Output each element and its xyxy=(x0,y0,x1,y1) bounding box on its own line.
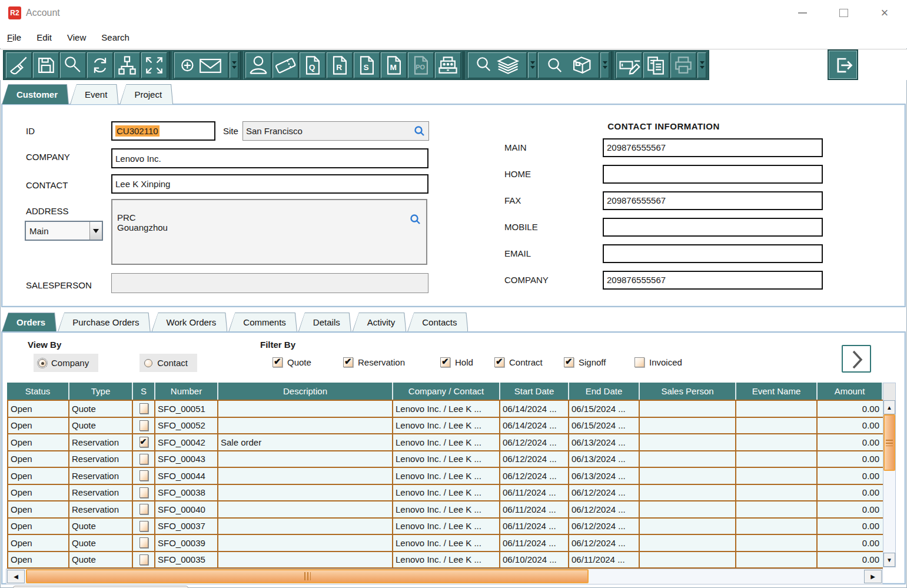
tab-event[interactable]: Event xyxy=(70,84,118,104)
contact-info-field-fax[interactable]: 209876555567 xyxy=(603,191,823,210)
filter-option-quote[interactable]: Quote xyxy=(273,357,311,367)
row-checkbox-unchecked[interactable] xyxy=(139,537,148,548)
row-checkbox-checked[interactable] xyxy=(139,437,148,447)
tab-contacts[interactable]: Contacts xyxy=(407,313,468,331)
filter-option-reservation[interactable]: Reservation xyxy=(343,357,405,367)
more-options-button[interactable] xyxy=(600,52,609,78)
menu-view[interactable]: View xyxy=(67,32,86,42)
ticket-button[interactable] xyxy=(273,52,298,78)
column-header-end-date[interactable]: End Date xyxy=(569,383,640,400)
column-header-description[interactable]: Description xyxy=(218,383,393,400)
filter-option-signoff[interactable]: Signoff xyxy=(564,357,606,367)
checkbox-checked-icon[interactable] xyxy=(273,357,283,367)
vertical-scrollbar-thumb[interactable] xyxy=(883,414,895,471)
next-page-button[interactable] xyxy=(842,345,871,373)
menu-search[interactable]: Search xyxy=(101,32,129,42)
table-row[interactable]: OpenQuoteSFO_00039Lenovo Inc. / Lee K ..… xyxy=(8,535,883,552)
tab-work-orders[interactable]: Work Orders xyxy=(152,313,228,331)
address-type-select[interactable]: Main xyxy=(25,221,103,241)
reservation-document-button[interactable]: R xyxy=(327,52,353,78)
column-header-start-date[interactable]: Start Date xyxy=(500,383,569,400)
minimize-button[interactable] xyxy=(793,5,811,21)
horizontal-scrollbar-thumb[interactable] xyxy=(26,569,589,583)
sale-document-button[interactable]: S xyxy=(354,52,380,78)
refresh-button[interactable] xyxy=(87,52,113,78)
column-header-s[interactable]: S xyxy=(133,383,155,400)
address-lookup-icon[interactable] xyxy=(410,204,421,215)
tab-details[interactable]: Details xyxy=(298,313,351,331)
search-stock-button[interactable] xyxy=(468,52,527,78)
tab-comments[interactable]: Comments xyxy=(228,313,297,331)
tab-activity[interactable]: Activity xyxy=(353,313,407,331)
menu-file[interactable]: File xyxy=(7,32,21,42)
checkbox-checked-icon[interactable] xyxy=(343,357,353,367)
filter-option-contract[interactable]: Contract xyxy=(494,357,543,367)
row-checkbox-unchecked[interactable] xyxy=(139,504,148,514)
row-checkbox-unchecked[interactable] xyxy=(139,420,148,431)
rename-button[interactable] xyxy=(616,52,642,78)
add-mail-button[interactable] xyxy=(174,52,228,78)
misc-document-button[interactable]: M xyxy=(381,52,407,78)
row-checkbox-unchecked[interactable] xyxy=(139,403,148,414)
company-field[interactable]: Lenovo Inc. xyxy=(111,148,428,168)
table-row[interactable]: OpenQuoteSFO_00035Lenovo Inc. / Lee K ..… xyxy=(8,552,883,569)
table-row[interactable]: OpenReservationSFO_00042Sale orderLenovo… xyxy=(8,434,883,451)
salesperson-field[interactable] xyxy=(111,273,428,293)
column-header-sales-person[interactable]: Sales Person xyxy=(640,383,736,400)
contact-field[interactable]: Lee K Xinping xyxy=(111,174,428,194)
row-checkbox-unchecked[interactable] xyxy=(139,554,148,565)
more-options-button[interactable] xyxy=(528,52,537,78)
checkbox-checked-icon[interactable] xyxy=(564,357,574,367)
expand-button[interactable] xyxy=(141,52,167,78)
menu-edit[interactable]: Edit xyxy=(36,32,52,42)
tab-customer[interactable]: Customer xyxy=(2,84,69,104)
copy-button[interactable] xyxy=(643,52,669,78)
table-row[interactable]: OpenReservationSFO_00040Lenovo Inc. / Le… xyxy=(8,501,883,519)
table-row[interactable]: OpenReservationSFO_00043Lenovo Inc. / Le… xyxy=(8,451,883,469)
scroll-up-button[interactable]: ▲ xyxy=(883,400,895,414)
filter-option-hold[interactable]: Hold xyxy=(440,357,473,367)
search-button[interactable] xyxy=(60,52,86,78)
scroll-right-button[interactable]: ▶ xyxy=(864,570,882,583)
contact-button[interactable] xyxy=(245,52,271,78)
more-options-button[interactable] xyxy=(697,52,706,78)
hierarchy-button[interactable] xyxy=(114,52,140,78)
table-row[interactable]: OpenReservationSFO_00044Lenovo Inc. / Le… xyxy=(8,468,883,485)
contact-info-field-company[interactable]: 209876555567 xyxy=(603,271,823,290)
quote-document-button[interactable]: Q xyxy=(300,52,325,78)
save-button[interactable] xyxy=(33,52,59,78)
column-header-amount[interactable]: Amount xyxy=(818,383,883,400)
address-field[interactable]: PRC Gouangzhou xyxy=(111,199,427,265)
contact-info-field-home[interactable] xyxy=(603,165,823,184)
column-header-number[interactable]: Number xyxy=(155,383,218,400)
table-row[interactable]: OpenQuoteSFO_00037Lenovo Inc. / Lee K ..… xyxy=(8,519,883,536)
maximize-button[interactable] xyxy=(835,5,852,21)
contact-info-field-main[interactable]: 209876555567 xyxy=(603,138,823,157)
column-header-status[interactable]: Status xyxy=(7,383,69,400)
checkbox-checked-icon[interactable] xyxy=(494,357,504,367)
id-field[interactable]: CU302110 xyxy=(111,121,215,141)
filter-option-invoiced[interactable]: Invoiced xyxy=(634,357,682,367)
clear-button[interactable] xyxy=(6,52,32,78)
search-item-button[interactable] xyxy=(538,52,599,78)
checkbox-unchecked-icon[interactable] xyxy=(634,357,644,367)
row-checkbox-unchecked[interactable] xyxy=(139,470,148,481)
tab-orders[interactable]: Orders xyxy=(2,313,57,331)
table-row[interactable]: OpenQuoteSFO_00051Lenovo Inc. / Lee K ..… xyxy=(8,401,883,418)
contact-info-field-mobile[interactable] xyxy=(603,218,823,237)
site-lookup-icon[interactable] xyxy=(414,125,426,137)
table-row[interactable]: OpenQuoteSFO_00052Lenovo Inc. / Lee K ..… xyxy=(8,418,883,435)
exit-button[interactable] xyxy=(829,51,857,79)
column-header-company-contact[interactable]: Company / Contact xyxy=(393,383,500,400)
more-options-button[interactable] xyxy=(230,52,238,78)
register-button[interactable] xyxy=(435,52,461,78)
table-row[interactable]: OpenReservationSFO_00038Lenovo Inc. / Le… xyxy=(8,485,883,502)
row-checkbox-unchecked[interactable] xyxy=(139,487,148,498)
scroll-down-button[interactable]: ▼ xyxy=(883,553,895,567)
scroll-left-button[interactable]: ◀ xyxy=(7,570,25,583)
checkbox-checked-icon[interactable] xyxy=(440,357,450,367)
dropdown-arrow-button[interactable] xyxy=(89,222,102,240)
site-field[interactable]: San Francisco xyxy=(242,121,429,141)
tab-project[interactable]: Project xyxy=(119,84,173,104)
close-button[interactable]: × xyxy=(876,5,893,21)
